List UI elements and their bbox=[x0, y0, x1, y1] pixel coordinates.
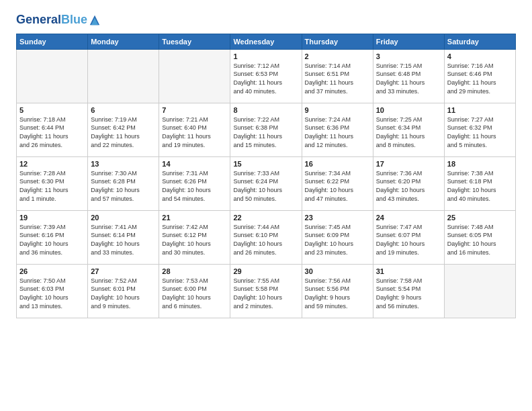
week-row-3: 12Sunrise: 7:28 AM Sunset: 6:30 PM Dayli… bbox=[17, 156, 516, 210]
day-info: Sunrise: 7:25 AM Sunset: 6:34 PM Dayligh… bbox=[376, 116, 441, 149]
day-number: 25 bbox=[447, 214, 513, 222]
day-info: Sunrise: 7:45 AM Sunset: 6:09 PM Dayligh… bbox=[305, 223, 370, 257]
day-number: 26 bbox=[19, 267, 85, 275]
day-number: 12 bbox=[19, 160, 85, 168]
calendar-table: SundayMondayTuesdayWednesdayThursdayFrid… bbox=[16, 34, 516, 318]
calendar-cell: 12Sunrise: 7:28 AM Sunset: 6:30 PM Dayli… bbox=[17, 156, 88, 210]
logo: GeneralBlue bbox=[16, 13, 101, 27]
header: GeneralBlue bbox=[16, 13, 516, 27]
week-row-5: 26Sunrise: 7:50 AM Sunset: 6:03 PM Dayli… bbox=[17, 264, 516, 318]
day-info: Sunrise: 7:18 AM Sunset: 6:44 PM Dayligh… bbox=[19, 116, 85, 149]
calendar-cell: 15Sunrise: 7:33 AM Sunset: 6:24 PM Dayli… bbox=[230, 156, 302, 210]
day-info: Sunrise: 7:16 AM Sunset: 6:46 PM Dayligh… bbox=[447, 62, 513, 95]
day-number: 8 bbox=[233, 106, 298, 114]
weekday-saturday: Saturday bbox=[444, 34, 515, 49]
day-number: 15 bbox=[233, 160, 298, 168]
day-info: Sunrise: 7:12 AM Sunset: 6:53 PM Dayligh… bbox=[233, 62, 298, 95]
day-number: 10 bbox=[376, 106, 441, 114]
calendar-cell: 31Sunrise: 7:58 AM Sunset: 5:54 PM Dayli… bbox=[373, 264, 444, 318]
day-info: Sunrise: 7:21 AM Sunset: 6:40 PM Dayligh… bbox=[162, 116, 227, 149]
day-number: 6 bbox=[91, 106, 156, 114]
calendar-cell: 2Sunrise: 7:14 AM Sunset: 6:51 PM Daylig… bbox=[302, 49, 373, 103]
calendar-cell: 21Sunrise: 7:42 AM Sunset: 6:12 PM Dayli… bbox=[159, 210, 230, 264]
calendar-cell: 6Sunrise: 7:19 AM Sunset: 6:42 PM Daylig… bbox=[88, 103, 159, 156]
day-info: Sunrise: 7:44 AM Sunset: 6:10 PM Dayligh… bbox=[233, 223, 298, 257]
day-info: Sunrise: 7:22 AM Sunset: 6:38 PM Dayligh… bbox=[233, 116, 298, 149]
day-number: 22 bbox=[233, 214, 298, 222]
day-info: Sunrise: 7:30 AM Sunset: 6:28 PM Dayligh… bbox=[91, 169, 156, 203]
day-info: Sunrise: 7:48 AM Sunset: 6:05 PM Dayligh… bbox=[447, 223, 513, 257]
calendar-cell bbox=[17, 49, 88, 103]
weekday-monday: Monday bbox=[88, 34, 159, 49]
calendar-cell: 17Sunrise: 7:36 AM Sunset: 6:20 PM Dayli… bbox=[373, 156, 444, 210]
day-info: Sunrise: 7:38 AM Sunset: 6:18 PM Dayligh… bbox=[447, 169, 513, 203]
calendar-cell: 24Sunrise: 7:47 AM Sunset: 6:07 PM Dayli… bbox=[373, 210, 444, 264]
day-number: 11 bbox=[447, 106, 513, 114]
calendar-cell: 26Sunrise: 7:50 AM Sunset: 6:03 PM Dayli… bbox=[17, 264, 88, 318]
calendar-cell: 11Sunrise: 7:27 AM Sunset: 6:32 PM Dayli… bbox=[444, 103, 515, 156]
day-info: Sunrise: 7:34 AM Sunset: 6:22 PM Dayligh… bbox=[305, 169, 370, 203]
day-number: 4 bbox=[447, 52, 513, 60]
week-row-1: 1Sunrise: 7:12 AM Sunset: 6:53 PM Daylig… bbox=[17, 49, 516, 103]
day-info: Sunrise: 7:53 AM Sunset: 6:00 PM Dayligh… bbox=[162, 277, 227, 310]
calendar-cell: 14Sunrise: 7:31 AM Sunset: 6:26 PM Dayli… bbox=[159, 156, 230, 210]
calendar-cell bbox=[159, 49, 230, 103]
day-info: Sunrise: 7:14 AM Sunset: 6:51 PM Dayligh… bbox=[305, 62, 370, 95]
weekday-wednesday: Wednesday bbox=[230, 34, 302, 49]
calendar-cell: 1Sunrise: 7:12 AM Sunset: 6:53 PM Daylig… bbox=[230, 49, 302, 103]
day-number: 1 bbox=[233, 52, 298, 60]
weekday-header-row: SundayMondayTuesdayWednesdayThursdayFrid… bbox=[17, 34, 516, 49]
day-info: Sunrise: 7:28 AM Sunset: 6:30 PM Dayligh… bbox=[19, 169, 85, 203]
day-info: Sunrise: 7:56 AM Sunset: 5:56 PM Dayligh… bbox=[305, 277, 370, 310]
weekday-friday: Friday bbox=[373, 34, 444, 49]
calendar-cell: 7Sunrise: 7:21 AM Sunset: 6:40 PM Daylig… bbox=[159, 103, 230, 156]
calendar-cell: 18Sunrise: 7:38 AM Sunset: 6:18 PM Dayli… bbox=[444, 156, 515, 210]
calendar-cell: 23Sunrise: 7:45 AM Sunset: 6:09 PM Dayli… bbox=[302, 210, 373, 264]
day-number: 29 bbox=[233, 267, 298, 275]
calendar-cell: 22Sunrise: 7:44 AM Sunset: 6:10 PM Dayli… bbox=[230, 210, 302, 264]
day-number: 7 bbox=[162, 106, 227, 114]
day-info: Sunrise: 7:33 AM Sunset: 6:24 PM Dayligh… bbox=[233, 169, 298, 203]
day-info: Sunrise: 7:27 AM Sunset: 6:32 PM Dayligh… bbox=[447, 116, 513, 149]
day-number: 3 bbox=[376, 52, 441, 60]
weekday-thursday: Thursday bbox=[302, 34, 373, 49]
day-number: 31 bbox=[376, 267, 441, 275]
day-info: Sunrise: 7:36 AM Sunset: 6:20 PM Dayligh… bbox=[376, 169, 441, 203]
day-number: 30 bbox=[305, 267, 370, 275]
logo-text: GeneralBlue bbox=[16, 13, 87, 27]
day-info: Sunrise: 7:58 AM Sunset: 5:54 PM Dayligh… bbox=[376, 277, 441, 310]
week-row-4: 19Sunrise: 7:39 AM Sunset: 6:16 PM Dayli… bbox=[17, 210, 516, 264]
day-info: Sunrise: 7:55 AM Sunset: 5:58 PM Dayligh… bbox=[233, 277, 298, 310]
calendar-cell: 10Sunrise: 7:25 AM Sunset: 6:34 PM Dayli… bbox=[373, 103, 444, 156]
calendar-cell: 4Sunrise: 7:16 AM Sunset: 6:46 PM Daylig… bbox=[444, 49, 515, 103]
day-number: 20 bbox=[91, 214, 156, 222]
logo-icon bbox=[89, 14, 101, 26]
day-number: 28 bbox=[162, 267, 227, 275]
day-number: 14 bbox=[162, 160, 227, 168]
day-number: 19 bbox=[19, 214, 85, 222]
day-number: 16 bbox=[305, 160, 370, 168]
week-row-2: 5Sunrise: 7:18 AM Sunset: 6:44 PM Daylig… bbox=[17, 103, 516, 156]
day-number: 23 bbox=[305, 214, 370, 222]
day-info: Sunrise: 7:52 AM Sunset: 6:01 PM Dayligh… bbox=[91, 277, 156, 310]
day-number: 21 bbox=[162, 214, 227, 222]
day-number: 17 bbox=[376, 160, 441, 168]
calendar-cell: 20Sunrise: 7:41 AM Sunset: 6:14 PM Dayli… bbox=[88, 210, 159, 264]
calendar-cell: 27Sunrise: 7:52 AM Sunset: 6:01 PM Dayli… bbox=[88, 264, 159, 318]
calendar-cell: 5Sunrise: 7:18 AM Sunset: 6:44 PM Daylig… bbox=[17, 103, 88, 156]
day-info: Sunrise: 7:24 AM Sunset: 6:36 PM Dayligh… bbox=[305, 116, 370, 149]
calendar-cell: 8Sunrise: 7:22 AM Sunset: 6:38 PM Daylig… bbox=[230, 103, 302, 156]
day-info: Sunrise: 7:47 AM Sunset: 6:07 PM Dayligh… bbox=[376, 223, 441, 257]
calendar-cell bbox=[444, 264, 515, 318]
day-info: Sunrise: 7:50 AM Sunset: 6:03 PM Dayligh… bbox=[19, 277, 85, 310]
day-number: 24 bbox=[376, 214, 441, 222]
day-number: 13 bbox=[91, 160, 156, 168]
day-info: Sunrise: 7:39 AM Sunset: 6:16 PM Dayligh… bbox=[19, 223, 85, 257]
weekday-sunday: Sunday bbox=[17, 34, 88, 49]
day-info: Sunrise: 7:42 AM Sunset: 6:12 PM Dayligh… bbox=[162, 223, 227, 257]
day-info: Sunrise: 7:41 AM Sunset: 6:14 PM Dayligh… bbox=[91, 223, 156, 257]
calendar-cell: 19Sunrise: 7:39 AM Sunset: 6:16 PM Dayli… bbox=[17, 210, 88, 264]
day-number: 18 bbox=[447, 160, 513, 168]
day-info: Sunrise: 7:31 AM Sunset: 6:26 PM Dayligh… bbox=[162, 169, 227, 203]
page: GeneralBlue SundayMondayTuesdayWednesday… bbox=[0, 0, 532, 411]
